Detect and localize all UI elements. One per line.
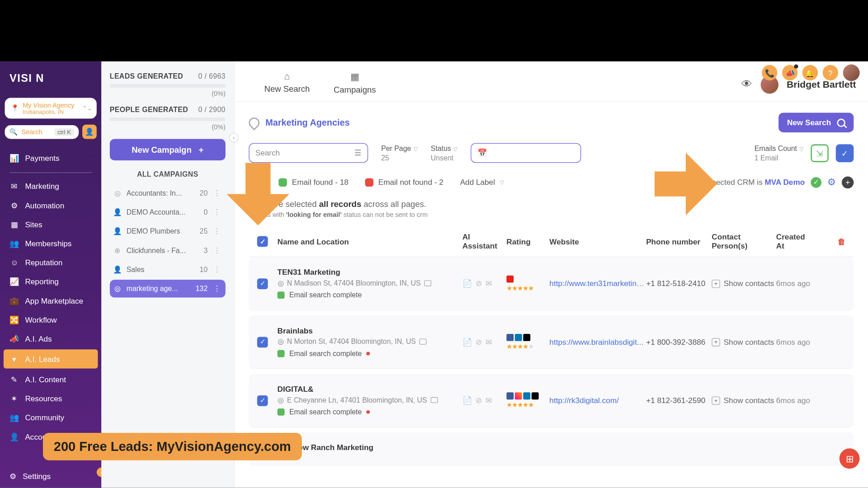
lead-title[interactable]: Brainlabs (278, 326, 462, 335)
col-contact[interactable]: Contact Person(s) (712, 233, 776, 251)
show-contacts-button[interactable]: +Show contacts (712, 338, 776, 347)
tab-campaigns[interactable]: ▦Campaigns (334, 67, 376, 101)
lead-title[interactable]: DIGITAL& (278, 385, 462, 394)
new-campaign-button[interactable]: New Campaign+ (110, 139, 226, 160)
sidebar-item-aiads[interactable]: 📣A.I. Ads (0, 329, 101, 348)
sidebar-item-payments[interactable]: 📊Payments (0, 149, 101, 168)
emails-count-selector[interactable]: Emails Count▽1 Email (755, 144, 804, 162)
filter-email-found[interactable]: Email found - 18 (279, 178, 349, 187)
sidebar-item-reporting[interactable]: 📈Reporting (0, 272, 101, 291)
phone-icon[interactable]: 📞 (762, 65, 777, 80)
send-to-crm-button[interactable]: ✓ (836, 144, 854, 162)
block-icon[interactable]: ⊘ (476, 338, 482, 347)
date-input[interactable]: 📅 (471, 143, 581, 163)
fb-icon (506, 392, 514, 399)
website-link[interactable]: https://www.brainlabsdigit... (549, 338, 646, 347)
col-rating[interactable]: Rating (506, 237, 549, 246)
row-checkbox[interactable]: ✓ (257, 278, 268, 289)
campaign-item[interactable]: 👤DEMO Plumbers25⋮ (110, 222, 226, 240)
bell-icon[interactable]: 🔔 (802, 65, 818, 80)
block-icon[interactable]: ⊘ (476, 396, 482, 405)
nav-list: 📊Payments ✉Marketing ⚙Automation ▦Sites … (0, 145, 101, 465)
add-label-dropdown[interactable]: Add Label▽ (460, 178, 504, 187)
website-link[interactable]: http://www.ten31marketing... (549, 279, 646, 288)
sidebar-item-memberships[interactable]: 👥Memberships (0, 234, 101, 253)
campaign-item[interactable]: 👤Sales10⋮ (110, 261, 226, 279)
fab-button[interactable]: ⊞ (840, 448, 860, 469)
more-icon[interactable]: ⋮ (212, 208, 222, 216)
mail-icon[interactable]: ✉ (486, 279, 492, 288)
campaign-item[interactable]: ◎Accountants: In...20⋮ (110, 184, 226, 202)
all-campaigns-header: ALL CAMPAIGNS (110, 170, 226, 178)
select-all-checkbox[interactable]: ✓ (257, 236, 268, 247)
collapse-panel-button[interactable]: ‹ (229, 133, 239, 142)
mail-icon[interactable]: ✉ (486, 338, 492, 347)
show-contacts-button[interactable]: +Show contacts (712, 396, 776, 405)
gear-icon: ⚙ (9, 472, 17, 481)
more-icon[interactable]: ⋮ (212, 189, 222, 197)
campaign-item[interactable]: ◎marketing age...132⋮ (110, 280, 226, 298)
export-button[interactable]: ⇲ (811, 144, 829, 162)
website-link[interactable]: http://rk3digital.com/ (549, 396, 646, 405)
lead-title[interactable]: Winslow Ranch Marketing (278, 443, 462, 452)
sidebar-item-marketing[interactable]: ✉Marketing (0, 177, 101, 196)
block-icon[interactable]: ⊘ (476, 279, 482, 288)
campaign-item[interactable]: 👤DEMO Accounta...0⋮ (110, 203, 226, 221)
plus-icon: + (712, 279, 720, 287)
visibility-icon[interactable]: 👁 (741, 78, 752, 91)
row-checkbox[interactable]: ✓ (257, 395, 268, 406)
col-phone[interactable]: Phone number (646, 237, 712, 246)
add-crm-button[interactable]: + (842, 176, 854, 188)
col-web[interactable]: Website (549, 237, 646, 246)
created-at: 6mos ago (776, 396, 811, 405)
lead-title[interactable]: TEN31 Marketing (278, 268, 462, 277)
sidebar-item-sites[interactable]: ▦Sites (0, 215, 101, 234)
campaign-item[interactable]: ⊕Clickfunnels - Fa...3⋮ (110, 241, 226, 259)
sidebar-item-aicontent[interactable]: ✎A.I. Content (0, 370, 101, 389)
new-search-button[interactable]: New Search (778, 113, 854, 132)
agency-selector[interactable]: 📍 My Vision AgencyIndianapolis, IN ⌃⌄ (5, 98, 97, 118)
x-icon (523, 333, 530, 341)
home-icon: ⌂ (284, 71, 290, 82)
mail-icon[interactable]: ✉ (486, 396, 492, 405)
search-input[interactable]: 🔍 Search ctrl K (5, 125, 79, 138)
help-icon[interactable]: ? (823, 65, 838, 80)
doc-icon[interactable]: 📄 (462, 396, 472, 405)
delete-icon[interactable]: 🗑 (838, 237, 845, 246)
header-avatar[interactable] (843, 65, 860, 81)
campaign-icon: ⊕ (113, 246, 122, 254)
phone-number: +1 800-392-3886 (646, 338, 712, 347)
sidebar-item-community[interactable]: 👥Community (0, 408, 101, 427)
sliders-icon: ☰ (354, 149, 362, 158)
header-icons: 📞 📣 🔔 ? (762, 65, 859, 81)
filter-email-notfound[interactable]: Email not found - 2 (365, 178, 443, 187)
gear-icon[interactable]: ⚙ (827, 177, 835, 188)
sidebar-item-automation[interactable]: ⚙Automation (0, 196, 101, 215)
per-page-selector[interactable]: Per Page▽25 (381, 144, 418, 162)
col-name[interactable]: Name and Location (278, 237, 462, 246)
show-contacts-button[interactable]: +Show contacts (712, 279, 776, 288)
row-checkbox[interactable]: ✓ (257, 337, 268, 347)
more-icon[interactable]: ⋮ (212, 284, 222, 292)
more-icon[interactable]: ⋮ (212, 265, 222, 273)
sidebar-item-marketplace[interactable]: 💼App Marketplace (0, 291, 101, 310)
sites-icon: ▦ (9, 220, 19, 229)
selection-note: Results with 'looking for email' status … (249, 211, 854, 218)
filter-search-input[interactable]: Search☰ (249, 143, 368, 163)
tab-new-search[interactable]: ⌂New Search (264, 67, 310, 101)
sidebar-item-aileads[interactable]: ▾A.I. Leads (4, 349, 98, 368)
announce-icon[interactable]: 📣 (782, 65, 797, 80)
doc-icon[interactable]: 📄 (462, 279, 472, 288)
status-selector[interactable]: Status▽Unsent (431, 144, 458, 162)
user-mini-icon[interactable]: 👤 (82, 125, 97, 139)
more-icon[interactable]: ⋮ (212, 227, 222, 235)
more-icon[interactable]: ⋮ (212, 246, 222, 254)
col-ai[interactable]: AI Assistant (462, 233, 507, 251)
sidebar-item-settings[interactable]: ⚙Settings (0, 465, 101, 488)
col-created[interactable]: Created At (776, 233, 811, 251)
sidebar-item-resources[interactable]: ✶Resources (0, 389, 101, 408)
doc-icon[interactable]: 📄 (462, 338, 472, 347)
sidebar-item-workflow[interactable]: 🔀Workflow (0, 310, 101, 329)
location-icon (246, 115, 262, 130)
sidebar-item-reputation[interactable]: ☺Reputation (0, 253, 101, 272)
